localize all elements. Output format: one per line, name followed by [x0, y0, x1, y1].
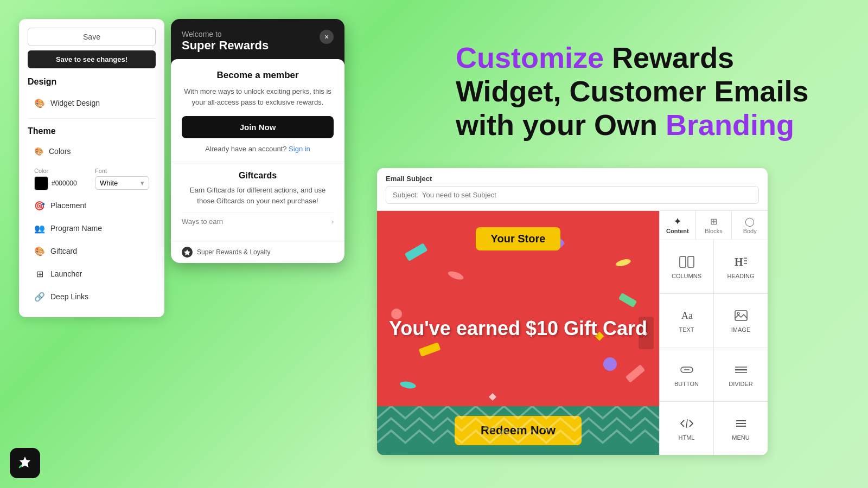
welcome-small: Welcome to: [182, 30, 269, 38]
colors-item[interactable]: 🎨 Colors: [28, 142, 156, 161]
text-icon: Aa: [679, 308, 694, 323]
button-label: BUTTON: [674, 381, 699, 387]
theme-title: Theme: [28, 126, 156, 136]
store-badge: Your Store: [476, 227, 561, 251]
modal-header: Welcome to Super Rewards ×: [171, 19, 344, 59]
tool-divider[interactable]: DIVIDER: [714, 348, 768, 401]
footer-brand-text: Super Rewards & Loyalty: [197, 248, 270, 256]
placement-label: Placement: [50, 201, 86, 210]
color-hex-value: #000000: [52, 179, 77, 187]
design-section-title: Design: [28, 77, 156, 87]
divider-1: [28, 118, 156, 119]
content-icon: ✦: [663, 216, 692, 227]
program-name-item[interactable]: 👥 Program Name: [28, 217, 156, 239]
launcher-item[interactable]: ⊞ Launcher: [28, 263, 156, 285]
expand-icon: ›: [331, 217, 334, 226]
modal-close-button[interactable]: ×: [320, 30, 334, 44]
chevron-down-icon: ▾: [141, 179, 144, 187]
deep-links-label: Deep Links: [50, 292, 88, 301]
tab-content-label: Content: [666, 228, 689, 234]
email-sidebar: ✦ Content ⊞ Blocks ◯ Body: [659, 211, 768, 455]
tab-blocks-label: Blocks: [705, 228, 722, 234]
subject-label: Email Subject: [386, 175, 432, 183]
heading-label: HEADING: [727, 273, 754, 279]
already-text: Already have an account?: [205, 145, 286, 153]
launcher-icon: ⊞: [34, 268, 45, 279]
tools-grid: COLUMNS H HEADING: [660, 240, 768, 455]
divider-label: DIVIDER: [729, 381, 753, 387]
tab-blocks[interactable]: ⊞ Blocks: [696, 211, 732, 240]
brand-footer-icon: [182, 247, 193, 258]
sign-in-link[interactable]: Sign in: [289, 145, 310, 153]
divider-icon: [733, 362, 749, 377]
widget-design-label: Widget Design: [50, 99, 100, 107]
tab-body[interactable]: ◯ Body: [732, 211, 768, 240]
columns-icon: [679, 254, 694, 269]
image-label: IMAGE: [731, 326, 750, 333]
brand-icon[interactable]: [10, 448, 40, 478]
become-member-title: Become a member: [182, 70, 334, 81]
tool-html[interactable]: HTML: [660, 402, 713, 455]
tool-image[interactable]: IMAGE: [714, 294, 768, 347]
html-icon: [679, 416, 694, 431]
modal-divider: [171, 162, 344, 162]
sign-in-row: Already have an account? Sign in: [182, 145, 334, 162]
headline-purple: Customize: [456, 41, 604, 74]
tool-columns[interactable]: COLUMNS: [660, 240, 713, 293]
save-button[interactable]: Save: [28, 28, 156, 46]
svg-point-8: [737, 312, 739, 314]
svg-text:H: H: [735, 256, 743, 268]
font-col: Font White ▾: [95, 168, 149, 190]
colors-label: Colors: [49, 147, 71, 156]
welcome-large: Super Rewards: [182, 38, 269, 53]
giftcards-title: Giftcards: [182, 171, 334, 181]
ways-to-earn: Ways to earn ›: [182, 213, 334, 230]
menu-icon: [733, 416, 749, 431]
redeem-section: Redeem Now: [377, 406, 659, 455]
save-changes-button[interactable]: Save to see changes!: [28, 50, 156, 68]
color-swatch-row: #000000: [34, 176, 88, 190]
tab-content[interactable]: ✦ Content: [660, 211, 696, 240]
tool-button[interactable]: BUTTON: [660, 348, 713, 401]
svg-text:Aa: Aa: [681, 310, 693, 321]
email-content-area: Your Store You've earned $10 Gift Card R…: [377, 211, 768, 455]
headline-rewards: Rewards: [604, 41, 734, 74]
font-select[interactable]: White ▾: [95, 176, 149, 190]
colors-icon: 🎨: [34, 147, 43, 156]
widget-design-item[interactable]: 🎨 Widget Design: [28, 92, 156, 114]
color-font-row: Color #000000 Font White ▾: [28, 165, 156, 195]
deep-links-item[interactable]: 🔗 Deep Links: [28, 286, 156, 307]
font-value: White: [100, 179, 118, 187]
email-subject-input[interactable]: [386, 186, 759, 204]
svg-line-14: [686, 419, 687, 428]
placement-item[interactable]: 🎯 Placement: [28, 195, 156, 216]
blocks-icon: ⊞: [699, 216, 729, 227]
text-label: TEXT: [679, 326, 694, 333]
tool-menu[interactable]: MENU: [714, 402, 768, 455]
email-preview: Your Store You've earned $10 Gift Card R…: [377, 211, 659, 455]
email-editor: Email Subject: [377, 168, 768, 455]
giftcard-icon: 🎨: [34, 246, 45, 256]
gift-card-preview: Your Store You've earned $10 Gift Card R…: [377, 211, 659, 455]
giftcard-item[interactable]: 🎨 Giftcard: [28, 240, 156, 262]
giftcard-label: Giftcard: [50, 247, 77, 255]
modal-body: Become a member With more ways to unlock…: [171, 59, 344, 241]
headline-line3-prefix: with your Own: [456, 108, 666, 141]
html-label: HTML: [679, 434, 695, 441]
body-icon: ◯: [735, 216, 764, 227]
columns-label: COLUMNS: [672, 273, 701, 279]
left-panel: Save Save to see changes! Design 🎨 Widge…: [19, 19, 164, 317]
tool-text[interactable]: Aa TEXT: [660, 294, 713, 347]
email-subject-bar: Email Subject: [377, 168, 768, 211]
font-label: Font: [95, 168, 149, 174]
menu-label: MENU: [732, 434, 749, 441]
tool-heading[interactable]: H HEADING: [714, 240, 768, 293]
placement-icon: 🎯: [34, 200, 45, 211]
svg-rect-1: [688, 256, 694, 267]
widget-modal: Welcome to Super Rewards × Become a memb…: [171, 19, 344, 263]
join-now-button[interactable]: Join Now: [182, 116, 334, 138]
headline-line2: Widget, Customer Emails: [456, 75, 809, 107]
tab-body-label: Body: [743, 228, 757, 234]
launcher-label: Launcher: [50, 269, 82, 278]
color-swatch[interactable]: [34, 176, 48, 190]
